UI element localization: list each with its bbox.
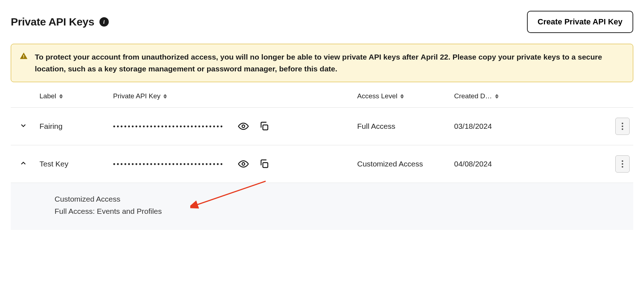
row-label: Fairing — [39, 122, 113, 131]
warning-text: To protect your account from unauthorize… — [35, 51, 624, 75]
page-title: Private API Keys — [11, 16, 94, 28]
col-header-created[interactable]: Created D… — [454, 92, 524, 100]
sort-icon[interactable] — [495, 94, 499, 99]
row-detail-panel: Customized Access Full Access: Events an… — [11, 183, 633, 230]
col-header-key[interactable]: Private API Key — [113, 92, 357, 100]
chevron-up-icon[interactable] — [19, 159, 27, 167]
svg-rect-1 — [263, 125, 268, 130]
table-row: Test Key •••••••••••••••••••••••••••••• … — [11, 145, 633, 183]
copy-icon[interactable] — [259, 121, 270, 132]
svg-point-3 — [622, 126, 623, 127]
ellipsis-vertical-icon — [621, 160, 624, 168]
col-header-access[interactable]: Access Level — [357, 92, 454, 100]
key-mask: •••••••••••••••••••••••••••••• — [113, 123, 232, 130]
sort-icon[interactable] — [59, 94, 63, 99]
col-header-created-text: Created D… — [454, 92, 492, 100]
info-icon[interactable]: i — [99, 17, 109, 27]
row-access: Customized Access — [357, 160, 454, 168]
row-access: Full Access — [357, 122, 454, 131]
detail-line1: Customized Access — [55, 193, 633, 205]
header-left: Private API Keys i — [11, 16, 109, 28]
row-actions-menu-button[interactable] — [615, 155, 630, 173]
svg-point-0 — [242, 125, 245, 128]
detail-line2: Full Access: Events and Profiles — [55, 205, 633, 217]
create-private-api-key-button[interactable]: Create Private API Key — [527, 11, 633, 33]
col-header-label-text: Label — [39, 92, 56, 100]
warning-banner: To protect your account from unauthorize… — [11, 44, 633, 82]
api-keys-table: Label Private API Key Access Level Creat… — [11, 85, 633, 230]
row-created: 03/18/2024 — [454, 122, 524, 131]
warning-icon — [20, 52, 28, 61]
svg-rect-6 — [263, 163, 268, 168]
col-header-access-text: Access Level — [357, 92, 397, 100]
warning-prefix: To protect your account from unauthorize… — [35, 53, 421, 61]
eye-icon[interactable] — [238, 121, 249, 132]
table-header-row: Label Private API Key Access Level Creat… — [11, 85, 633, 107]
ellipsis-vertical-icon — [621, 122, 624, 130]
copy-icon[interactable] — [259, 159, 270, 169]
svg-point-7 — [622, 160, 623, 162]
row-label: Test Key — [39, 160, 113, 168]
row-created: 04/08/2024 — [454, 160, 524, 168]
sort-icon[interactable] — [163, 94, 167, 99]
page-header: Private API Keys i Create Private API Ke… — [11, 11, 633, 33]
svg-point-5 — [242, 163, 245, 165]
svg-point-8 — [622, 163, 623, 165]
key-mask: •••••••••••••••••••••••••••••• — [113, 160, 232, 168]
eye-icon[interactable] — [238, 159, 249, 169]
table-row: Fairing •••••••••••••••••••••••••••••• F… — [11, 107, 633, 145]
col-header-label[interactable]: Label — [39, 92, 113, 100]
row-actions-menu-button[interactable] — [615, 118, 630, 135]
svg-point-2 — [622, 123, 623, 124]
svg-point-4 — [622, 128, 623, 130]
col-header-key-text: Private API Key — [113, 92, 160, 100]
svg-point-9 — [622, 166, 623, 168]
sort-icon[interactable] — [400, 94, 404, 99]
chevron-down-icon[interactable] — [19, 122, 27, 130]
warning-date: April 22 — [421, 53, 448, 61]
